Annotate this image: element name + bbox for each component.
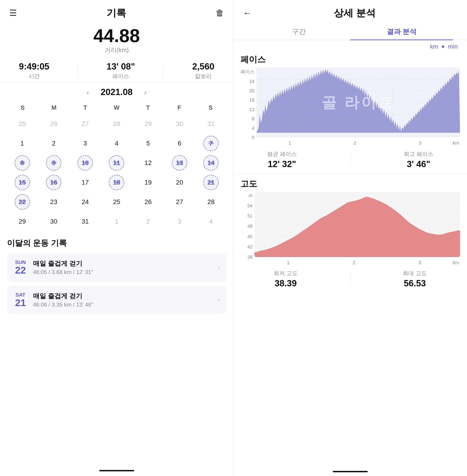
pace-label: 페이스 bbox=[112, 73, 129, 80]
avg-pace-stat: 평균 페이스 12' 32" bbox=[267, 150, 297, 169]
cal-day-12[interactable]: 12 bbox=[133, 154, 163, 172]
records-container: SUN 22 매일 즐겁게 걷기 46:05 / 3.68 km / 12' 3… bbox=[7, 253, 226, 314]
weekday-0: S bbox=[7, 103, 38, 113]
home-indicator-left bbox=[99, 470, 134, 471]
pace-chart: 골 라이프 bbox=[256, 68, 460, 137]
cal-day-13[interactable]: CON13 bbox=[164, 154, 195, 172]
cal-next-button[interactable]: › bbox=[142, 88, 149, 97]
cal-day-25[interactable]: 25 bbox=[7, 114, 38, 133]
cal-day-27[interactable]: 27 bbox=[164, 193, 195, 211]
left-top-bar: ☰ 기록 🗑 bbox=[0, 0, 233, 24]
cal-day-4[interactable]: 4 bbox=[101, 134, 132, 153]
cal-day-17[interactable]: 17 bbox=[70, 173, 101, 192]
altitude-section-title: 고도 bbox=[240, 178, 460, 190]
cal-day-7[interactable]: CON7 bbox=[196, 134, 226, 153]
max-pace-label: 최고 페이스 bbox=[404, 150, 433, 158]
right-page-title: 상세 분석 bbox=[252, 7, 458, 20]
altitude-chart bbox=[254, 192, 460, 257]
cal-day-18[interactable]: CON18 bbox=[101, 173, 132, 192]
main-distance: 44.88 거리(km) bbox=[0, 24, 233, 55]
avg-pace-label: 평균 페이스 bbox=[267, 150, 297, 158]
left-panel: ☰ 기록 🗑 44.88 거리(km) 9:49:05 시간 13' 08" 페… bbox=[0, 0, 234, 476]
distance-label: 거리(km) bbox=[0, 46, 233, 54]
cal-day-16[interactable]: CON16 bbox=[38, 173, 69, 192]
cal-day-31[interactable]: 31 bbox=[196, 114, 226, 133]
pace-section-title: 페이스 bbox=[240, 54, 460, 65]
tab-result[interactable]: 결과 분석 bbox=[350, 23, 453, 40]
cal-day-19[interactable]: 19 bbox=[133, 173, 163, 192]
cal-day-28[interactable]: 28 bbox=[101, 114, 132, 133]
cal-day-26[interactable]: 26 bbox=[38, 114, 69, 133]
weekday-3: W bbox=[101, 103, 132, 113]
cal-day-22[interactable]: CON22 bbox=[7, 193, 38, 211]
weekday-2: T bbox=[70, 103, 101, 113]
cal-day-11[interactable]: CON11 bbox=[101, 154, 132, 172]
cal-day-21[interactable]: CON21 bbox=[196, 173, 226, 192]
cal-day-1[interactable]: 1 bbox=[7, 134, 38, 153]
tab-section[interactable]: 구간 bbox=[247, 23, 350, 40]
stat-calories: 2,560 칼로리 bbox=[192, 62, 214, 80]
cal-day-1[interactable]: 1 bbox=[101, 212, 132, 231]
cal-day-20[interactable]: 20 bbox=[164, 173, 195, 192]
cal-day-29[interactable]: 29 bbox=[7, 212, 38, 231]
weekday-6: S bbox=[195, 103, 226, 113]
alt-stat-divider bbox=[350, 272, 350, 286]
record-card-0[interactable]: SUN 22 매일 즐겁게 걷기 46:05 / 3.68 km / 12' 3… bbox=[7, 253, 226, 281]
hamburger-icon[interactable]: ☰ bbox=[9, 8, 17, 18]
monthly-title: 이달의 운동 기록 bbox=[7, 238, 226, 249]
monthly-section: 이달의 운동 기록 SUN 22 매일 즐겁게 걷기 46:05 / 3.68 … bbox=[0, 236, 233, 466]
record-card-1[interactable]: SAT 21 매일 즐겁게 걷기 46:06 / 3.35 km / 13' 4… bbox=[7, 286, 226, 314]
pace-ylabel: 페이스 bbox=[240, 69, 254, 75]
pace-value: 13' 08" bbox=[106, 62, 135, 72]
stat-divider-2 bbox=[164, 64, 164, 78]
distance-value: 44.88 bbox=[0, 26, 233, 45]
cal-weekdays: S M T W T F S bbox=[7, 103, 226, 113]
weekday-4: T bbox=[132, 103, 164, 113]
cal-day-30[interactable]: 30 bbox=[38, 212, 69, 231]
cal-day-25[interactable]: 25 bbox=[101, 193, 132, 211]
cal-day-27[interactable]: 27 bbox=[70, 114, 101, 133]
max-alt-value: 56.53 bbox=[404, 278, 426, 288]
weekday-5: F bbox=[164, 103, 195, 113]
cal-day-4[interactable]: 4 bbox=[196, 212, 226, 231]
cal-day-3[interactable]: 3 bbox=[70, 134, 101, 153]
cal-day-29[interactable]: 29 bbox=[133, 114, 163, 133]
unit-km: km bbox=[430, 43, 438, 50]
cal-day-5[interactable]: 5 bbox=[133, 134, 163, 153]
cal-day-14[interactable]: CON14 bbox=[196, 154, 226, 172]
cal-day-15[interactable]: CON15 bbox=[7, 173, 38, 192]
unit-toggle[interactable]: km min bbox=[234, 40, 467, 52]
cal-day-6[interactable]: 6 bbox=[164, 134, 195, 153]
right-top-bar: ← 상세 분석 bbox=[234, 0, 467, 23]
cal-day-9[interactable]: CON9 bbox=[38, 154, 69, 172]
cal-day-10[interactable]: CON10 bbox=[70, 154, 101, 172]
stat-time: 9:49:05 시간 bbox=[19, 62, 49, 80]
max-altitude-stat: 최대 고도 56.53 bbox=[403, 270, 427, 288]
cal-day-28[interactable]: 28 bbox=[196, 193, 226, 211]
page-title: 기록 bbox=[106, 7, 126, 20]
cal-day-2[interactable]: 2 bbox=[133, 212, 163, 231]
unit-min: min bbox=[448, 43, 458, 50]
altitude-section: 고도 m 54 51 48 45 42 39 bbox=[234, 176, 467, 469]
trash-icon[interactable]: 🗑 bbox=[216, 8, 224, 18]
time-label: 시간 bbox=[29, 73, 40, 80]
cal-prev-button[interactable]: ‹ bbox=[84, 88, 91, 97]
min-alt-label: 최저 고도 bbox=[274, 270, 298, 277]
cal-day-23[interactable]: 23 bbox=[38, 193, 69, 211]
cal-day-24[interactable]: 24 bbox=[70, 193, 101, 211]
cal-day-31[interactable]: 31 bbox=[70, 212, 101, 231]
calories-label: 칼로리 bbox=[195, 73, 212, 80]
cal-day-3[interactable]: 3 bbox=[164, 212, 195, 231]
stat-divider-1 bbox=[78, 64, 78, 78]
home-indicator-right bbox=[333, 471, 368, 472]
cal-day-30[interactable]: 30 bbox=[164, 114, 195, 133]
min-alt-value: 38.39 bbox=[275, 278, 297, 288]
cal-day-26[interactable]: 26 bbox=[133, 193, 163, 211]
calendar-header: ‹ 2021.08 › bbox=[7, 87, 226, 97]
max-pace-stat: 최고 페이스 3' 46" bbox=[404, 150, 433, 169]
avg-pace-value: 12' 32" bbox=[268, 159, 296, 169]
back-button[interactable]: ← bbox=[243, 8, 252, 18]
min-altitude-stat: 최저 고도 38.39 bbox=[274, 270, 298, 288]
cal-day-2[interactable]: 2 bbox=[38, 134, 69, 153]
cal-day-8[interactable]: CON8 bbox=[7, 154, 38, 172]
